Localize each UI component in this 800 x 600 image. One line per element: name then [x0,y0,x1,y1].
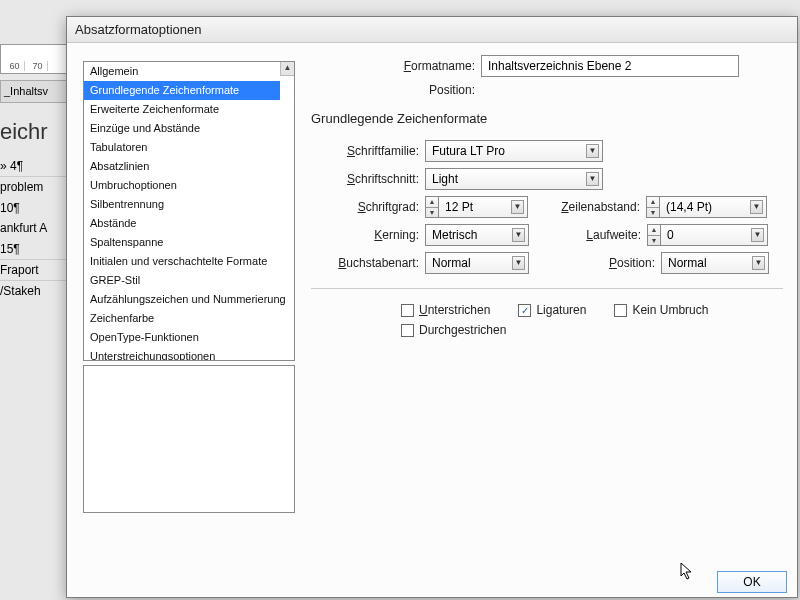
checkbox-icon [401,324,414,337]
laufweite-combo[interactable]: 0 ▼ [660,224,768,246]
ligaturen-checkbox[interactable]: ✓ Ligaturen [518,303,586,317]
laufweite-label: Laufweite: [529,228,647,242]
schriftgrad-label: Schriftgrad: [311,200,425,214]
sidebar-item-zeichenfarbe[interactable]: Zeichenfarbe [84,309,280,328]
checkbox-checked-icon: ✓ [518,304,531,317]
zeilenabstand-combo[interactable]: (14,4 Pt) ▼ [659,196,767,218]
sidebar-item-allgemein[interactable]: Allgemein [84,62,280,81]
main-panel: Formatname: Position: Grundlegende Zeich… [311,55,783,343]
chevron-down-icon[interactable]: ▼ [750,200,763,214]
ok-button[interactable]: OK [717,571,787,593]
sidebar-item-erweiterte-zeichenformate[interactable]: Erweiterte Zeichenformate [84,100,280,119]
separator [311,288,783,289]
sidebar-item-silbentrennung[interactable]: Silbentrennung [84,195,280,214]
laufweite-stepper[interactable]: ▲▼ [647,224,661,246]
preview-textarea[interactable] [83,365,295,513]
kerning-combo[interactable]: Metrisch ▼ [425,224,529,246]
sidebar-item-tabulatoren[interactable]: Tabulatoren [84,138,280,157]
sidebar-item-unterstreichung[interactable]: Unterstreichungsoptionen [84,347,280,361]
schriftfamilie-label: Schriftfamilie: [311,144,425,158]
kerning-label: Kerning: [311,228,425,242]
position2-combo[interactable]: Normal ▼ [661,252,769,274]
schriftschnitt-label: Schriftschnitt: [311,172,425,186]
zeilenabstand-stepper[interactable]: ▲▼ [646,196,660,218]
section-heading: Grundlegende Zeichenformate [311,111,783,126]
buchstabenart-combo[interactable]: Normal ▼ [425,252,529,274]
sidebar-item-absatzlinien[interactable]: Absatzlinien [84,157,280,176]
kein-umbruch-checkbox[interactable]: Kein Umbruch [614,303,708,317]
sidebar-item-abstaende[interactable]: Abstände [84,214,280,233]
chevron-down-icon[interactable]: ▼ [512,228,525,242]
chevron-down-icon[interactable]: ▼ [752,256,765,270]
sidebar-item-umbruchoptionen[interactable]: Umbruchoptionen [84,176,280,195]
sidebar-item-opentype[interactable]: OpenType-Funktionen [84,328,280,347]
category-sidebar: ▲ Allgemein Grundlegende Zeichenformate … [83,61,295,513]
chevron-down-icon[interactable]: ▼ [751,228,764,242]
unterstrichen-checkbox[interactable]: Unterstrichen [401,303,490,317]
category-listbox[interactable]: ▲ Allgemein Grundlegende Zeichenformate … [83,61,295,361]
sidebar-item-einzuege[interactable]: Einzüge und Abstände [84,119,280,138]
paragraph-style-options-dialog: Absatzformatoptionen ▲ Allgemein Grundle… [66,16,798,598]
position-label: Position: [311,83,481,97]
sidebar-item-aufzaehlung[interactable]: Aufzählungszeichen und Nummerierung [84,290,280,309]
durchgestrichen-checkbox[interactable]: Durchgestrichen [401,323,506,337]
schriftgrad-combo[interactable]: 12 Pt ▼ [438,196,528,218]
scroll-up-icon[interactable]: ▲ [280,62,294,76]
position2-label: Position: [529,256,661,270]
buchstabenart-label: Buchstabenart: [311,256,425,270]
chevron-down-icon[interactable]: ▼ [512,256,525,270]
bg-document: _Inhaltsv eichr » 4¶ problem 10¶ ankfurt… [0,80,70,302]
checkbox-icon [401,304,414,317]
schriftgrad-stepper[interactable]: ▲▼ [425,196,439,218]
formatname-input[interactable] [481,55,739,77]
sidebar-item-grep-stil[interactable]: GREP-Stil [84,271,280,290]
checkbox-icon [614,304,627,317]
chevron-down-icon[interactable]: ▼ [586,144,599,158]
formatname-label: Formatname: [311,59,481,73]
sidebar-item-grundlegende-zeichenformate[interactable]: Grundlegende Zeichenformate [84,81,280,100]
sidebar-item-initialen[interactable]: Initialen und verschachtelte Formate [84,252,280,271]
ruler: 6070 [0,44,75,74]
sidebar-item-spaltenspanne[interactable]: Spaltenspanne [84,233,280,252]
chevron-down-icon[interactable]: ▼ [511,200,524,214]
schriftfamilie-combo[interactable]: Futura LT Pro ▼ [425,140,603,162]
schriftschnitt-combo[interactable]: Light ▼ [425,168,603,190]
dialog-title-bar: Absatzformatoptionen [67,17,797,43]
zeilenabstand-label: Zeilenabstand: [528,200,646,214]
chevron-down-icon[interactable]: ▼ [586,172,599,186]
dialog-title: Absatzformatoptionen [75,22,201,37]
